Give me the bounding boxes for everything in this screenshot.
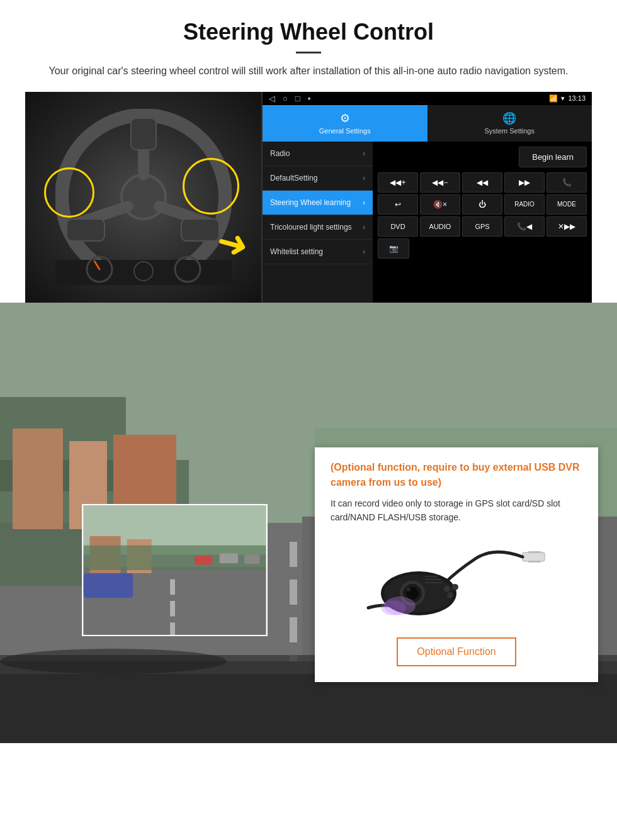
title-divider [296,52,321,53]
svg-point-57 [444,586,450,592]
radio-button[interactable]: RADIO [504,194,545,215]
menu-whitelist-label: Whitelist setting [270,247,323,256]
svg-rect-37 [170,622,175,635]
gps-button[interactable]: GPS [462,216,502,237]
vol-up-button[interactable]: ◀◀+ [378,172,418,193]
prev-button[interactable]: ◀◀ [462,172,502,193]
chevron-right-icon: › [363,198,365,207]
svg-rect-36 [170,601,175,617]
svg-rect-47 [528,561,541,563]
menu-tricoloured-label: Tricoloured light settings [270,223,352,232]
dvr-thumbnail [82,504,268,636]
svg-rect-40 [84,545,266,569]
yellow-circle-right [183,158,239,215]
camera-btn[interactable]: 📷 [378,238,409,259]
dvr-camera-svg [362,534,551,628]
svg-rect-35 [170,579,175,595]
chevron-right-icon: › [363,174,365,182]
dvr-optional-text: (Optional function, require to buy exter… [331,460,582,490]
menu-steering-label: Steering Wheel learning [270,198,351,207]
dvr-body-text: It can record video only to storage in G… [331,496,582,525]
nav-home-icon[interactable]: ○ [283,94,288,103]
svg-rect-5 [131,118,156,150]
vol-down-button[interactable]: ◀◀− [420,172,460,193]
tab-general-label: General Settings [319,127,371,135]
steering-subtitle: Your original car's steering wheel contr… [38,63,579,79]
status-nav: ◁ ○ □ ▪ [269,94,310,103]
svg-rect-6 [67,219,105,241]
begin-learn-button[interactable]: Begin learn [519,147,587,167]
status-bar: ◁ ○ □ ▪ 📶 ▾ 13:13 [263,92,592,105]
dvr-section: Support DVR [0,303,617,743]
svg-rect-14 [290,542,297,567]
settings-tabs: ⚙ General Settings 🌐 System Settings [263,105,592,142]
menu-item-default[interactable]: DefaultSetting › [263,166,373,191]
android-panel: ◁ ○ □ ▪ 📶 ▾ 13:13 ⚙ General Settings [261,92,592,303]
control-area: Begin learn ◀◀+ ◀◀− ◀◀ ▶▶ 📞 [373,142,592,303]
svg-rect-42 [220,553,238,563]
optional-function-button[interactable]: Optional Function [397,637,516,666]
dvr-info-box: (Optional function, require to buy exter… [315,447,598,683]
audio-button[interactable]: AUDIO [420,216,460,237]
menu-item-steering-learning[interactable]: Steering Wheel learning › [263,191,373,215]
status-icons: 📶 ▾ 13:13 [549,94,586,103]
svg-point-53 [407,588,410,591]
dvr-camera-image [331,534,582,628]
gear-icon: ⚙ [340,111,350,125]
control-grid: ◀◀+ ◀◀− ◀◀ ▶▶ 📞 ↩ 🔇× ⏻ RADIO MODE [378,172,587,259]
svg-rect-16 [290,617,297,642]
screen-container: ➜ ◁ ○ □ ▪ 📶 ▾ 13:13 ⚙ [25,92,592,303]
menu-default-label: DefaultSetting [270,174,317,182]
system-icon: 🌐 [502,111,516,125]
tab-general-settings[interactable]: ⚙ General Settings [263,105,427,142]
mute-button[interactable]: 🔇× [420,194,460,215]
begin-learn-row: Begin learn [378,147,587,167]
tab-system-label: System Settings [485,127,535,135]
yellow-circle-left [44,167,94,218]
svg-point-31 [0,649,227,674]
time-display: 13:13 [568,94,586,102]
nav-back-icon[interactable]: ◁ [269,94,275,103]
mode-button[interactable]: MODE [546,194,587,215]
control-row-3: DVD AUDIO GPS 📞◀ ✕▶▶ [378,216,587,237]
svg-rect-41 [195,556,212,564]
menu-list: Radio › DefaultSetting › Steering Wheel … [263,142,373,303]
signal-icon: 📶 [549,94,558,103]
svg-rect-20 [13,428,63,529]
svg-point-58 [452,584,458,590]
control-row-4: 📷 [378,238,587,259]
hangup-button[interactable]: ↩ [378,194,418,215]
svg-rect-7 [181,219,219,241]
svg-rect-46 [528,551,541,553]
chevron-right-icon: › [363,223,365,232]
control-row-1: ◀◀+ ◀◀− ◀◀ ▶▶ 📞 [378,172,587,193]
power-button[interactable]: ⏻ [462,194,502,215]
thumbnail-road-svg [83,505,266,635]
svg-rect-44 [84,573,133,597]
dvd-button[interactable]: DVD [378,216,418,237]
svg-rect-43 [244,554,260,564]
steering-wheel-image: ➜ [25,92,261,303]
next-button[interactable]: ▶▶ [504,172,545,193]
cancel-next-button[interactable]: ✕▶▶ [546,216,587,237]
svg-rect-45 [523,552,545,561]
svg-rect-15 [290,580,297,605]
svg-point-61 [381,600,406,615]
wifi-icon: ▾ [561,94,565,103]
menu-item-tricoloured[interactable]: Tricoloured light settings › [263,215,373,240]
chevron-right-icon: › [363,247,365,256]
chevron-right-icon: › [363,149,365,158]
menu-radio-label: Radio [270,149,290,158]
android-content: Radio › DefaultSetting › Steering Wheel … [263,142,592,303]
svg-point-1 [122,175,166,219]
call-prev-button[interactable]: 📞◀ [504,216,545,237]
tab-system-settings[interactable]: 🌐 System Settings [427,105,592,142]
menu-item-radio[interactable]: Radio › [263,142,373,166]
control-row-2: ↩ 🔇× ⏻ RADIO MODE [378,194,587,215]
menu-item-whitelist[interactable]: Whitelist setting › [263,240,373,264]
nav-extra-icon[interactable]: ▪ [308,94,311,103]
nav-recent-icon[interactable]: □ [295,94,300,103]
steering-section: Steering Wheel Control Your original car… [0,0,617,303]
svg-point-59 [447,592,453,598]
call-button[interactable]: 📞 [546,172,587,193]
